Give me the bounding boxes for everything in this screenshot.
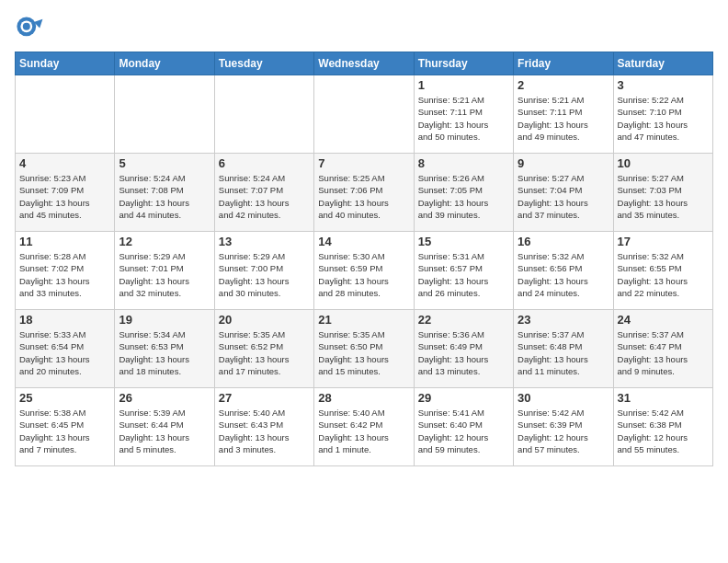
header-cell-monday: Monday [115, 52, 214, 75]
day-info: Sunrise: 5:23 AM Sunset: 7:09 PM Dayligh… [19, 172, 110, 221]
day-info: Sunrise: 5:42 AM Sunset: 6:39 PM Dayligh… [518, 407, 609, 455]
day-info: Sunrise: 5:40 AM Sunset: 6:43 PM Dayligh… [219, 407, 310, 455]
day-number: 10 [618, 156, 709, 170]
day-info: Sunrise: 5:21 AM Sunset: 7:11 PM Dayligh… [518, 94, 609, 143]
header-cell-wednesday: Wednesday [314, 52, 414, 75]
day-number: 16 [518, 235, 609, 248]
day-cell: 15Sunrise: 5:31 AM Sunset: 6:57 PM Dayli… [414, 232, 513, 310]
header-row: SundayMondayTuesdayWednesdayThursdayFrid… [16, 52, 713, 75]
day-info: Sunrise: 5:36 AM Sunset: 6:49 PM Dayligh… [418, 328, 509, 377]
day-cell: 31Sunrise: 5:42 AM Sunset: 6:38 PM Dayli… [613, 388, 712, 466]
day-number: 25 [19, 391, 110, 405]
day-number: 8 [418, 156, 509, 170]
week-row-3: 11Sunrise: 5:28 AM Sunset: 7:02 PM Dayli… [16, 232, 713, 310]
header-cell-tuesday: Tuesday [214, 52, 313, 75]
day-cell: 19Sunrise: 5:34 AM Sunset: 6:53 PM Dayli… [115, 310, 214, 388]
day-info: Sunrise: 5:41 AM Sunset: 6:40 PM Dayligh… [418, 407, 509, 455]
header-cell-sunday: Sunday [16, 52, 115, 75]
day-number: 27 [219, 391, 310, 405]
day-cell: 4Sunrise: 5:23 AM Sunset: 7:09 PM Daylig… [16, 154, 115, 232]
day-cell: 2Sunrise: 5:21 AM Sunset: 7:11 PM Daylig… [514, 75, 613, 154]
day-cell [16, 75, 115, 154]
day-cell: 23Sunrise: 5:37 AM Sunset: 6:48 PM Dayli… [514, 310, 613, 388]
day-info: Sunrise: 5:42 AM Sunset: 6:38 PM Dayligh… [618, 407, 709, 455]
calendar-table: SundayMondayTuesdayWednesdayThursdayFrid… [15, 52, 713, 466]
day-cell: 11Sunrise: 5:28 AM Sunset: 7:02 PM Dayli… [16, 232, 115, 310]
header-cell-saturday: Saturday [613, 52, 712, 75]
day-cell [314, 75, 414, 154]
day-cell: 22Sunrise: 5:36 AM Sunset: 6:49 PM Dayli… [414, 310, 513, 388]
day-number: 29 [418, 391, 509, 405]
day-info: Sunrise: 5:33 AM Sunset: 6:54 PM Dayligh… [19, 328, 110, 377]
day-info: Sunrise: 5:32 AM Sunset: 6:55 PM Dayligh… [618, 250, 709, 299]
day-cell: 16Sunrise: 5:32 AM Sunset: 6:56 PM Dayli… [514, 232, 613, 310]
day-number: 30 [518, 391, 609, 405]
day-info: Sunrise: 5:25 AM Sunset: 7:06 PM Dayligh… [318, 172, 409, 221]
day-cell: 10Sunrise: 5:27 AM Sunset: 7:03 PM Dayli… [613, 154, 712, 232]
day-cell: 8Sunrise: 5:26 AM Sunset: 7:05 PM Daylig… [414, 154, 513, 232]
day-cell: 20Sunrise: 5:35 AM Sunset: 6:52 PM Dayli… [214, 310, 313, 388]
day-cell: 13Sunrise: 5:29 AM Sunset: 7:00 PM Dayli… [214, 232, 313, 310]
day-number: 31 [618, 391, 709, 405]
day-number: 11 [19, 235, 110, 248]
day-cell: 30Sunrise: 5:42 AM Sunset: 6:39 PM Dayli… [514, 388, 613, 466]
header-cell-thursday: Thursday [414, 52, 513, 75]
day-number: 13 [219, 235, 310, 248]
day-info: Sunrise: 5:29 AM Sunset: 7:01 PM Dayligh… [119, 250, 210, 299]
day-cell [115, 75, 214, 154]
day-info: Sunrise: 5:34 AM Sunset: 6:53 PM Dayligh… [119, 328, 210, 377]
day-number: 21 [318, 313, 409, 327]
week-row-2: 4Sunrise: 5:23 AM Sunset: 7:09 PM Daylig… [16, 154, 713, 232]
day-info: Sunrise: 5:35 AM Sunset: 6:50 PM Dayligh… [318, 328, 409, 377]
day-number: 2 [518, 78, 609, 92]
day-cell: 14Sunrise: 5:30 AM Sunset: 6:59 PM Dayli… [314, 232, 414, 310]
day-number: 6 [219, 156, 310, 170]
day-cell: 6Sunrise: 5:24 AM Sunset: 7:07 PM Daylig… [214, 154, 313, 232]
week-row-5: 25Sunrise: 5:38 AM Sunset: 6:45 PM Dayli… [16, 388, 713, 466]
day-info: Sunrise: 5:27 AM Sunset: 7:04 PM Dayligh… [518, 172, 609, 221]
day-cell: 27Sunrise: 5:40 AM Sunset: 6:43 PM Dayli… [214, 388, 313, 466]
day-info: Sunrise: 5:30 AM Sunset: 6:59 PM Dayligh… [318, 250, 409, 299]
day-number: 28 [318, 391, 409, 405]
day-info: Sunrise: 5:39 AM Sunset: 6:44 PM Dayligh… [119, 407, 210, 455]
day-info: Sunrise: 5:38 AM Sunset: 6:45 PM Dayligh… [19, 407, 110, 455]
day-info: Sunrise: 5:27 AM Sunset: 7:03 PM Dayligh… [618, 172, 709, 221]
day-number: 5 [119, 156, 210, 170]
calendar-body: 1Sunrise: 5:21 AM Sunset: 7:11 PM Daylig… [16, 75, 713, 466]
day-number: 4 [19, 156, 110, 170]
day-info: Sunrise: 5:35 AM Sunset: 6:52 PM Dayligh… [219, 328, 310, 377]
day-number: 26 [119, 391, 210, 405]
day-cell: 21Sunrise: 5:35 AM Sunset: 6:50 PM Dayli… [314, 310, 414, 388]
svg-point-2 [23, 23, 30, 30]
day-info: Sunrise: 5:24 AM Sunset: 7:08 PM Dayligh… [119, 172, 210, 221]
day-number: 14 [318, 235, 409, 248]
day-cell: 25Sunrise: 5:38 AM Sunset: 6:45 PM Dayli… [16, 388, 115, 466]
day-info: Sunrise: 5:40 AM Sunset: 6:42 PM Dayligh… [318, 407, 409, 455]
day-number: 1 [418, 78, 509, 92]
day-cell: 28Sunrise: 5:40 AM Sunset: 6:42 PM Dayli… [314, 388, 414, 466]
day-number: 24 [618, 313, 709, 327]
day-info: Sunrise: 5:28 AM Sunset: 7:02 PM Dayligh… [19, 250, 110, 299]
day-cell: 24Sunrise: 5:37 AM Sunset: 6:47 PM Dayli… [613, 310, 712, 388]
day-info: Sunrise: 5:32 AM Sunset: 6:56 PM Dayligh… [518, 250, 609, 299]
day-cell: 26Sunrise: 5:39 AM Sunset: 6:44 PM Dayli… [115, 388, 214, 466]
day-info: Sunrise: 5:31 AM Sunset: 6:57 PM Dayligh… [418, 250, 509, 299]
day-info: Sunrise: 5:21 AM Sunset: 7:11 PM Dayligh… [418, 94, 509, 143]
week-row-1: 1Sunrise: 5:21 AM Sunset: 7:11 PM Daylig… [16, 75, 713, 154]
day-cell: 3Sunrise: 5:22 AM Sunset: 7:10 PM Daylig… [613, 75, 712, 154]
day-number: 7 [318, 156, 409, 170]
day-number: 15 [418, 235, 509, 248]
page-header [15, 15, 713, 44]
day-number: 23 [518, 313, 609, 327]
day-info: Sunrise: 5:29 AM Sunset: 7:00 PM Dayligh… [219, 250, 310, 299]
day-cell: 9Sunrise: 5:27 AM Sunset: 7:04 PM Daylig… [514, 154, 613, 232]
day-number: 22 [418, 313, 509, 327]
day-number: 18 [19, 313, 110, 327]
header-cell-friday: Friday [514, 52, 613, 75]
day-info: Sunrise: 5:22 AM Sunset: 7:10 PM Dayligh… [618, 94, 709, 143]
day-number: 3 [618, 78, 709, 92]
day-number: 19 [119, 313, 210, 327]
day-info: Sunrise: 5:37 AM Sunset: 6:47 PM Dayligh… [618, 328, 709, 377]
day-cell: 29Sunrise: 5:41 AM Sunset: 6:40 PM Dayli… [414, 388, 513, 466]
day-cell [214, 75, 313, 154]
